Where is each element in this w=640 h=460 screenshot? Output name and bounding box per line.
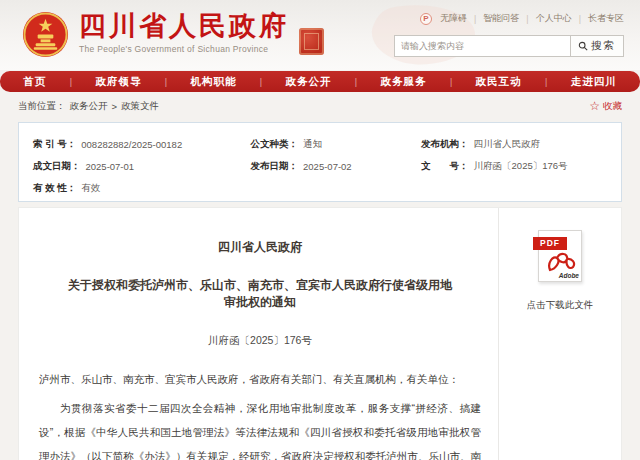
site-logo-row: 四川省人民政府 The People's Government of Sichu… (22, 11, 324, 58)
star-icon: ☆ (589, 101, 600, 111)
nav-item-home[interactable]: 首页 (0, 75, 70, 89)
national-emblem-icon (22, 11, 69, 58)
meta-label: 成文日期： (33, 160, 81, 173)
meta-value: 008282882/2025-00182 (81, 139, 182, 150)
meta-label: 有 效 性： (33, 182, 76, 195)
meta-publish-date: 发布日期： 2025-07-02 (251, 155, 422, 177)
nav-item-leaders[interactable]: 政府领导 (72, 75, 165, 89)
breadcrumb-separator: > (112, 101, 118, 112)
breadcrumb: 当前位置： 政务公开 > 政策文件 (18, 100, 159, 113)
meta-value: 通知 (303, 138, 322, 151)
site-header: 四川省人民政府 The People's Government of Sichu… (0, 0, 640, 70)
document-title: 关于授权和委托泸州市、乐山市、南充市、宜宾市人民政府行使省级用地审批权的通知 (39, 277, 481, 311)
meta-value: 2025-07-02 (303, 161, 352, 172)
breadcrumb-prefix: 当前位置： (18, 100, 66, 113)
meta-value: 川府函〔2025〕176号 (474, 160, 568, 173)
favorite-button[interactable]: ☆ 收藏 (589, 100, 622, 113)
reader-badge-icon[interactable]: P (420, 13, 432, 25)
adobe-label: Adobe (559, 272, 579, 279)
site-subtitle: The People's Government of Sichuan Provi… (79, 44, 289, 54)
search-button-label: 搜索 (591, 39, 616, 53)
site-title-block: 四川省人民政府 The People's Government of Sichu… (79, 11, 289, 54)
official-seal-icon (299, 28, 324, 55)
link-separator: | (474, 14, 476, 24)
document-body: 四川省人民政府 关于授权和委托泸州市、乐山市、南充市、宜宾市人民政府行使省级用地… (19, 208, 501, 460)
link-separator: | (526, 14, 528, 24)
breadcrumb-link-policy-docs[interactable]: 政策文件 (121, 100, 159, 113)
breadcrumb-link-gov-info[interactable]: 政务公开 (70, 100, 108, 113)
breadcrumb-row: 当前位置： 政务公开 > 政策文件 ☆ 收藏 (18, 97, 622, 115)
pdf-file-icon[interactable]: PDF Adobe (538, 230, 582, 282)
download-sidebar: PDF Adobe 点击下载此文件 (499, 208, 621, 312)
meta-written-date: 成文日期： 2025-07-01 (33, 155, 251, 177)
meta-value: 四川省人民政府 (474, 138, 541, 151)
nav-item-about-sichuan[interactable]: 走进四川 (547, 75, 640, 89)
link-accessibility[interactable]: 无障碍 (440, 12, 467, 25)
document-meta-panel: 索 引 号： 008282882/2025-00182 公文种类： 通知 发布机… (18, 122, 622, 202)
search-bar: 搜索 (394, 35, 624, 57)
meta-value: 有效 (81, 182, 100, 195)
download-file-link[interactable]: 点击下载此文件 (499, 299, 621, 312)
meta-value: 2025-07-01 (86, 161, 135, 172)
meta-issuing-agency: 发布机构： 四川省人民政府 (421, 133, 621, 155)
document-paragraph: 为贯彻落实省委十二届四次全会精神，深化用地审批制度改革，服务支撑“拼经济、搞建设… (39, 396, 481, 460)
meta-index-number: 索 引 号： 008282882/2025-00182 (33, 133, 251, 155)
link-smart-qa[interactable]: 智能问答 (483, 12, 519, 25)
meta-label: 发布日期： (251, 160, 299, 173)
meta-label: 发布机构： (421, 138, 469, 151)
site-title: 四川省人民政府 (79, 11, 289, 41)
search-button[interactable]: 搜索 (570, 35, 624, 57)
meta-label: 公文种类： (251, 138, 299, 151)
meta-doc-type: 公文种类： 通知 (251, 133, 422, 155)
document-org-title: 四川省人民政府 (39, 239, 481, 256)
utility-links: P 无障碍 | 智能问答 | 个人中心 | 长者专区 (420, 12, 624, 25)
meta-validity: 有 效 性： 有效 (33, 177, 251, 199)
document-addressee: 泸州市、乐山市、南充市、宜宾市人民政府，省政府有关部门、有关直属机构，有关单位： (39, 373, 481, 387)
nav-item-gov-info[interactable]: 政务公开 (262, 75, 355, 89)
nav-item-functions[interactable]: 机构职能 (167, 75, 260, 89)
meta-doc-number: 文 号： 川府函〔2025〕176号 (421, 155, 621, 177)
document-panel: 四川省人民政府 关于授权和委托泸州市、乐山市、南充市、宜宾市人民政府行使省级用地… (18, 207, 622, 460)
document-number: 川府函〔2025〕176号 (39, 334, 481, 348)
search-icon (578, 41, 588, 51)
page: 四川省人民政府 The People's Government of Sichu… (0, 0, 640, 460)
meta-label: 索 引 号： (33, 138, 76, 151)
link-personal-center[interactable]: 个人中心 (536, 12, 572, 25)
meta-label: 文 号： (421, 160, 469, 173)
nav-item-interaction[interactable]: 政民互动 (452, 75, 545, 89)
favorite-label: 收藏 (603, 100, 622, 113)
link-separator: | (579, 14, 581, 24)
nav-item-gov-services[interactable]: 政务服务 (357, 75, 450, 89)
search-input[interactable] (394, 35, 570, 57)
main-nav: 首页 | 政府领导 | 机构职能 | 政务公开 | 政务服务 | 政民互动 | … (0, 71, 640, 92)
link-senior-zone[interactable]: 长者专区 (588, 12, 624, 25)
